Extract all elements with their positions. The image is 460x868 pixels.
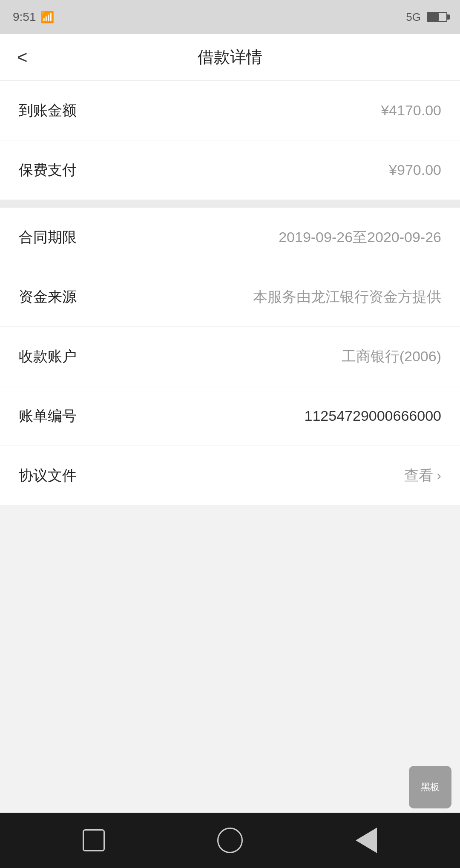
nav-home-button[interactable]: [215, 825, 245, 855]
hetong-row: 合同期限 2019-09-26至2020-09-26: [0, 208, 460, 267]
shoukuan-value: 工商银行(2006): [342, 347, 441, 366]
nav-recent-apps-button[interactable]: [79, 825, 109, 855]
xieyi-label: 协议文件: [19, 466, 77, 485]
page-title: 借款详情: [198, 46, 262, 68]
bao-fei-value: ¥970.00: [389, 162, 441, 178]
status-time: 9:51 📶: [13, 10, 54, 24]
battery-fill: [428, 13, 439, 21]
zhangdan-value: 11254729000666000: [305, 408, 441, 424]
dao-zhang-row: 到账金额 ¥4170.00: [0, 81, 460, 140]
signal-icon: 📶: [40, 11, 54, 24]
status-right: 5G: [406, 11, 447, 24]
hetong-label: 合同期限: [19, 228, 77, 247]
xieyi-view-link[interactable]: 查看 ›: [404, 466, 441, 485]
circle-icon: [217, 828, 243, 853]
status-bar: 9:51 📶 5G: [0, 0, 460, 34]
section-1: 到账金额 ¥4170.00 保费支付 ¥970.00: [0, 81, 460, 200]
bao-fei-label: 保费支付: [19, 160, 77, 180]
dao-zhang-label: 到账金额: [19, 101, 77, 120]
section-divider-1: [0, 200, 460, 208]
xieyì-row[interactable]: 协议文件 查看 ›: [0, 446, 460, 505]
shoukuan-label: 收款账户: [19, 347, 77, 366]
section-2: 合同期限 2019-09-26至2020-09-26 资金来源 本服务由龙江银行…: [0, 208, 460, 505]
zijin-label: 资金来源: [19, 287, 77, 307]
hetong-value: 2019-09-26至2020-09-26: [279, 228, 441, 247]
gray-area: [0, 505, 460, 854]
watermark: 黑板: [409, 766, 451, 808]
xieyi-value: 查看: [404, 466, 433, 485]
shoukuan-row: 收款账户 工商银行(2006): [0, 327, 460, 386]
square-icon: [83, 829, 105, 851]
back-button[interactable]: <: [17, 47, 28, 68]
zhangdan-row: 账单编号 11254729000666000: [0, 386, 460, 446]
nav-back-button[interactable]: [351, 825, 381, 855]
nav-bar: [0, 813, 460, 868]
zijin-row: 资金来源 本服务由龙江银行资金方提供: [0, 267, 460, 327]
signal-label: 5G: [406, 11, 421, 24]
triangle-icon: [356, 828, 377, 853]
bao-fei-row: 保费支付 ¥970.00: [0, 140, 460, 200]
battery-icon: [427, 12, 447, 22]
zhangdan-label: 账单编号: [19, 406, 77, 426]
page-header: < 借款详情: [0, 34, 460, 81]
chevron-right-icon: ›: [437, 468, 441, 483]
time-display: 9:51: [13, 10, 36, 24]
zijin-value: 本服务由龙江银行资金方提供: [253, 287, 441, 307]
dao-zhang-value: ¥4170.00: [381, 102, 441, 119]
